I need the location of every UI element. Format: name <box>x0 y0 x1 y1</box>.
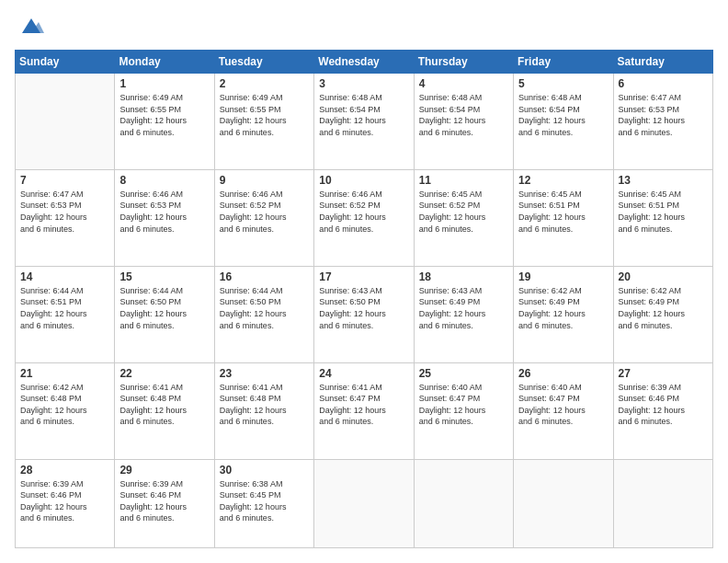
day-number: 30 <box>220 464 309 477</box>
day-number: 1 <box>119 77 209 90</box>
calendar-cell: 25Sunrise: 6:40 AM Sunset: 6:47 PM Dayli… <box>414 362 513 459</box>
day-info: Sunrise: 6:42 AM Sunset: 6:48 PM Dayligh… <box>20 383 87 427</box>
calendar-cell: 23Sunrise: 6:41 AM Sunset: 6:48 PM Dayli… <box>214 362 313 459</box>
calendar-cell: 3Sunrise: 6:48 AM Sunset: 6:54 PM Daylig… <box>314 74 414 170</box>
day-number: 19 <box>518 270 608 283</box>
calendar-week-row: 21Sunrise: 6:42 AM Sunset: 6:48 PM Dayli… <box>16 362 713 459</box>
day-info: Sunrise: 6:39 AM Sunset: 6:46 PM Dayligh… <box>619 383 686 427</box>
calendar-cell: 19Sunrise: 6:42 AM Sunset: 6:49 PM Dayli… <box>514 266 613 362</box>
day-info: Sunrise: 6:44 AM Sunset: 6:50 PM Dayligh… <box>220 286 287 330</box>
calendar-cell: 6Sunrise: 6:47 AM Sunset: 6:53 PM Daylig… <box>613 74 712 170</box>
calendar-cell: 21Sunrise: 6:42 AM Sunset: 6:48 PM Dayli… <box>16 362 115 459</box>
day-number: 2 <box>220 77 309 90</box>
calendar-header-row: SundayMondayTuesdayWednesdayThursdayFrid… <box>16 51 713 74</box>
day-info: Sunrise: 6:42 AM Sunset: 6:49 PM Dayligh… <box>619 286 686 330</box>
calendar-cell: 30Sunrise: 6:38 AM Sunset: 6:45 PM Dayli… <box>214 459 313 547</box>
calendar-day-header: Monday <box>115 51 214 74</box>
header <box>15 15 713 40</box>
day-number: 29 <box>119 464 209 477</box>
calendar-week-row: 7Sunrise: 6:47 AM Sunset: 6:53 PM Daylig… <box>16 169 713 266</box>
calendar-cell <box>613 459 712 547</box>
day-number: 26 <box>518 367 608 380</box>
calendar-week-row: 14Sunrise: 6:44 AM Sunset: 6:51 PM Dayli… <box>16 266 713 362</box>
day-info: Sunrise: 6:46 AM Sunset: 6:53 PM Dayligh… <box>119 190 187 234</box>
day-number: 23 <box>220 367 309 380</box>
day-info: Sunrise: 6:40 AM Sunset: 6:47 PM Dayligh… <box>518 383 586 427</box>
day-number: 9 <box>220 174 309 187</box>
day-info: Sunrise: 6:41 AM Sunset: 6:48 PM Dayligh… <box>220 383 287 427</box>
day-number: 13 <box>619 174 708 187</box>
day-number: 3 <box>319 77 408 90</box>
logo <box>15 15 44 40</box>
calendar-cell <box>16 74 115 170</box>
day-info: Sunrise: 6:45 AM Sunset: 6:51 PM Dayligh… <box>518 190 586 234</box>
calendar-cell: 1Sunrise: 6:49 AM Sunset: 6:55 PM Daylig… <box>115 74 214 170</box>
page: SundayMondayTuesdayWednesdayThursdayFrid… <box>0 0 728 563</box>
day-info: Sunrise: 6:44 AM Sunset: 6:51 PM Dayligh… <box>20 286 87 330</box>
calendar-cell <box>514 459 613 547</box>
calendar-cell: 27Sunrise: 6:39 AM Sunset: 6:46 PM Dayli… <box>613 362 712 459</box>
calendar-cell: 15Sunrise: 6:44 AM Sunset: 6:50 PM Dayli… <box>115 266 214 362</box>
day-info: Sunrise: 6:49 AM Sunset: 6:55 PM Dayligh… <box>119 93 187 137</box>
day-number: 22 <box>119 367 209 380</box>
calendar-cell: 16Sunrise: 6:44 AM Sunset: 6:50 PM Dayli… <box>214 266 313 362</box>
calendar-cell: 18Sunrise: 6:43 AM Sunset: 6:49 PM Dayli… <box>414 266 513 362</box>
calendar-day-header: Wednesday <box>314 51 414 74</box>
day-number: 16 <box>220 270 309 283</box>
day-number: 25 <box>419 367 508 380</box>
day-info: Sunrise: 6:48 AM Sunset: 6:54 PM Dayligh… <box>518 93 586 137</box>
day-info: Sunrise: 6:39 AM Sunset: 6:46 PM Dayligh… <box>20 479 87 523</box>
day-number: 18 <box>419 270 508 283</box>
calendar-cell: 12Sunrise: 6:45 AM Sunset: 6:51 PM Dayli… <box>514 169 613 266</box>
calendar-cell: 22Sunrise: 6:41 AM Sunset: 6:48 PM Dayli… <box>115 362 214 459</box>
day-number: 15 <box>119 270 209 283</box>
calendar-cell: 20Sunrise: 6:42 AM Sunset: 6:49 PM Dayli… <box>613 266 712 362</box>
calendar-cell: 24Sunrise: 6:41 AM Sunset: 6:47 PM Dayli… <box>314 362 414 459</box>
calendar-cell: 14Sunrise: 6:44 AM Sunset: 6:51 PM Dayli… <box>16 266 115 362</box>
calendar-cell: 29Sunrise: 6:39 AM Sunset: 6:46 PM Dayli… <box>115 459 214 547</box>
day-number: 27 <box>619 367 708 380</box>
day-number: 6 <box>619 77 708 90</box>
day-info: Sunrise: 6:47 AM Sunset: 6:53 PM Dayligh… <box>619 93 686 137</box>
calendar-day-header: Thursday <box>414 51 513 74</box>
calendar-day-header: Sunday <box>16 51 115 74</box>
day-info: Sunrise: 6:46 AM Sunset: 6:52 PM Dayligh… <box>220 190 287 234</box>
day-number: 10 <box>319 174 408 187</box>
day-info: Sunrise: 6:43 AM Sunset: 6:50 PM Dayligh… <box>319 286 386 330</box>
logo-icon <box>18 15 44 40</box>
calendar-cell: 28Sunrise: 6:39 AM Sunset: 6:46 PM Dayli… <box>16 459 115 547</box>
day-info: Sunrise: 6:46 AM Sunset: 6:52 PM Dayligh… <box>319 190 386 234</box>
day-info: Sunrise: 6:40 AM Sunset: 6:47 PM Dayligh… <box>419 383 486 427</box>
day-info: Sunrise: 6:42 AM Sunset: 6:49 PM Dayligh… <box>518 286 586 330</box>
day-info: Sunrise: 6:49 AM Sunset: 6:55 PM Dayligh… <box>220 93 287 137</box>
day-number: 12 <box>518 174 608 187</box>
calendar-cell: 10Sunrise: 6:46 AM Sunset: 6:52 PM Dayli… <box>314 169 414 266</box>
day-info: Sunrise: 6:45 AM Sunset: 6:51 PM Dayligh… <box>619 190 686 234</box>
calendar-day-header: Friday <box>514 51 613 74</box>
calendar-cell: 26Sunrise: 6:40 AM Sunset: 6:47 PM Dayli… <box>514 362 613 459</box>
day-number: 14 <box>20 270 109 283</box>
day-number: 20 <box>619 270 708 283</box>
day-number: 24 <box>319 367 408 380</box>
calendar-day-header: Saturday <box>613 51 712 74</box>
day-number: 17 <box>319 270 408 283</box>
day-number: 5 <box>518 77 608 90</box>
calendar-day-header: Tuesday <box>214 51 313 74</box>
calendar-cell: 4Sunrise: 6:48 AM Sunset: 6:54 PM Daylig… <box>414 74 513 170</box>
day-info: Sunrise: 6:41 AM Sunset: 6:47 PM Dayligh… <box>319 383 386 427</box>
day-number: 28 <box>20 464 109 477</box>
calendar-cell: 11Sunrise: 6:45 AM Sunset: 6:52 PM Dayli… <box>414 169 513 266</box>
calendar-table: SundayMondayTuesdayWednesdayThursdayFrid… <box>15 50 713 548</box>
calendar-cell: 2Sunrise: 6:49 AM Sunset: 6:55 PM Daylig… <box>214 74 313 170</box>
calendar-cell: 8Sunrise: 6:46 AM Sunset: 6:53 PM Daylig… <box>115 169 214 266</box>
calendar-cell: 9Sunrise: 6:46 AM Sunset: 6:52 PM Daylig… <box>214 169 313 266</box>
day-info: Sunrise: 6:44 AM Sunset: 6:50 PM Dayligh… <box>119 286 187 330</box>
day-info: Sunrise: 6:39 AM Sunset: 6:46 PM Dayligh… <box>119 479 187 523</box>
calendar-week-row: 1Sunrise: 6:49 AM Sunset: 6:55 PM Daylig… <box>16 74 713 170</box>
day-info: Sunrise: 6:43 AM Sunset: 6:49 PM Dayligh… <box>419 286 486 330</box>
calendar-cell: 7Sunrise: 6:47 AM Sunset: 6:53 PM Daylig… <box>16 169 115 266</box>
calendar-cell <box>414 459 513 547</box>
day-info: Sunrise: 6:48 AM Sunset: 6:54 PM Dayligh… <box>319 93 386 137</box>
day-info: Sunrise: 6:47 AM Sunset: 6:53 PM Dayligh… <box>20 190 87 234</box>
calendar-cell <box>314 459 414 547</box>
